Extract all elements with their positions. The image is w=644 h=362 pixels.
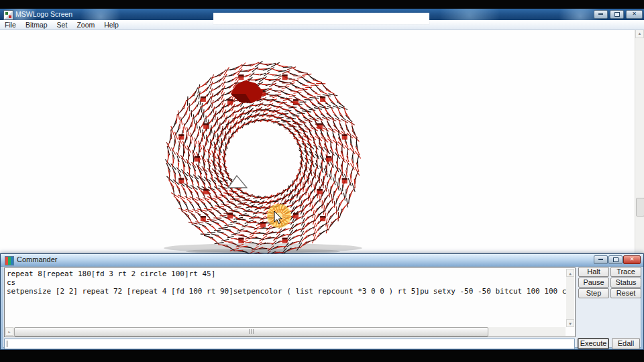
menu-item-set[interactable]: Set bbox=[52, 21, 72, 29]
letterbox-bottom bbox=[0, 350, 644, 362]
trace-button[interactable]: Trace bbox=[610, 267, 641, 277]
minimize-button[interactable] bbox=[594, 10, 608, 19]
window-title: MSWLogo Screen bbox=[15, 10, 72, 18]
canvas-scroll-thumb[interactable] bbox=[636, 198, 644, 217]
status-button[interactable]: Status bbox=[610, 278, 641, 288]
overlay-window bbox=[213, 13, 429, 24]
pause-button[interactable]: Pause bbox=[578, 278, 609, 288]
restore-button[interactable] bbox=[610, 10, 624, 19]
commander-title: Commander bbox=[17, 255, 58, 263]
menu-item-zoom[interactable]: Zoom bbox=[72, 21, 99, 29]
commander-window: Commander ✕ repeat 8[repeat 180[fd 3 rt … bbox=[0, 253, 644, 350]
history-line: repeat 8[repeat 180[fd 3 rt 2 circle 100… bbox=[5, 269, 575, 278]
horizontal-scroll-thumb[interactable] bbox=[14, 327, 488, 337]
step-button[interactable]: Step bbox=[578, 288, 609, 298]
commander-restore-button[interactable] bbox=[608, 255, 623, 264]
menu-item-file[interactable]: File bbox=[0, 21, 21, 29]
canvas-vertical-scrollbar[interactable]: ▲ bbox=[635, 29, 644, 254]
execute-button[interactable]: Execute bbox=[578, 338, 609, 349]
close-button[interactable]: ✕ bbox=[626, 10, 643, 19]
command-input[interactable] bbox=[4, 339, 575, 349]
scroll-down-button[interactable]: ▼ bbox=[566, 319, 574, 327]
text-caret bbox=[7, 341, 7, 347]
drawing-canvas bbox=[0, 29, 644, 254]
history-line: cs bbox=[5, 278, 575, 287]
edall-button[interactable]: Edall bbox=[612, 338, 640, 349]
reset-button[interactable]: Reset bbox=[610, 288, 641, 298]
letterbox-top bbox=[0, 0, 644, 9]
commander-icon bbox=[5, 256, 14, 265]
history-line: setpensize [2 2] repeat 72 [repeat 4 [fd… bbox=[5, 287, 575, 296]
horizontal-scrollbar[interactable]: ◄ ► bbox=[5, 327, 566, 336]
turtle-graphics bbox=[0, 29, 644, 254]
commander-titlebar: Commander ✕ bbox=[1, 254, 643, 267]
commander-minimize-button[interactable] bbox=[594, 255, 608, 264]
halt-button[interactable]: Halt bbox=[578, 267, 609, 277]
scroll-up-button[interactable]: ▲ bbox=[635, 29, 644, 38]
mswlogo-icon bbox=[3, 10, 13, 20]
commander-close-button[interactable]: ✕ bbox=[623, 255, 641, 264]
scroll-up-button[interactable]: ▲ bbox=[566, 269, 574, 277]
menu-item-bitmap[interactable]: Bitmap bbox=[21, 21, 52, 29]
vertical-scrollbar[interactable]: ▲ ▼ bbox=[566, 269, 574, 327]
turtle-icon bbox=[228, 176, 247, 188]
command-history[interactable]: repeat 8[repeat 180[fd 3 rt 2 circle 100… bbox=[4, 267, 576, 337]
menu-item-help[interactable]: Help bbox=[99, 21, 123, 29]
scroll-grip bbox=[249, 329, 255, 334]
scroll-right-button[interactable]: ► bbox=[5, 327, 13, 336]
